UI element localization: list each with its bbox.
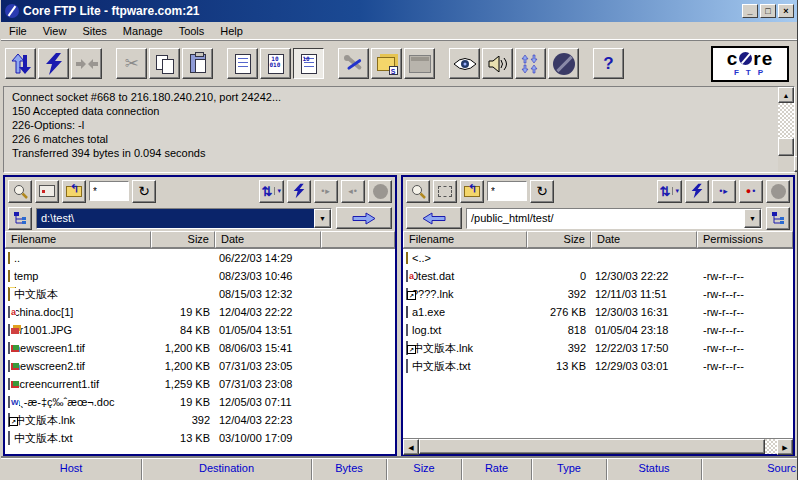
menu-sites[interactable]: Sites xyxy=(74,23,114,39)
file-row[interactable]: 中文版本.lnk39212/04/03 22:23 xyxy=(5,411,395,429)
column-filename[interactable]: Filename xyxy=(403,231,527,248)
column-filename[interactable]: Filename xyxy=(5,231,151,248)
file-row[interactable]: log.txt81801/05/04 23:18-rw-r--r-- xyxy=(403,321,793,339)
file-mask-input[interactable] xyxy=(89,181,129,201)
scroll-left-arrow[interactable]: ◀ xyxy=(403,439,419,455)
file-row[interactable]: 中文版本08/15/03 12:32 xyxy=(5,285,395,303)
queue-column-status[interactable]: Status xyxy=(606,459,701,480)
transfer-mode-button[interactable]: ⇅▾ xyxy=(657,180,682,203)
cut-button[interactable]: ✂ xyxy=(116,48,147,79)
file-row[interactable]: screencurrent1.tif1,259 KB07/31/03 23:08 xyxy=(5,375,395,393)
upload-arrow-button[interactable] xyxy=(336,207,392,229)
connect-panel-button[interactable] xyxy=(685,180,709,203)
file-row[interactable]: 中文版本.txt13 KB03/10/00 17:09 xyxy=(5,429,395,447)
site-manager-button[interactable]: S xyxy=(371,48,402,79)
ascii-mode-button[interactable] xyxy=(227,48,258,79)
menu-file[interactable]: File xyxy=(1,23,35,39)
queue-column-host[interactable]: Host xyxy=(1,459,141,480)
column-date[interactable]: Date xyxy=(591,231,697,248)
folder-up-button[interactable]: ↰ xyxy=(62,180,86,203)
binary-mode-button[interactable]: 10010 xyxy=(260,48,291,79)
close-button[interactable]: × xyxy=(778,4,794,18)
scroll-down-arrow[interactable]: ▼ xyxy=(794,156,798,172)
queue-column-type[interactable]: Type xyxy=(531,459,606,480)
column-size[interactable]: Size xyxy=(151,231,215,248)
transfer-left-button[interactable]: ●• xyxy=(739,180,763,203)
scroll-thumb[interactable] xyxy=(419,439,765,454)
folder-up-button[interactable]: ↰ xyxy=(460,180,484,203)
download-arrow-button[interactable] xyxy=(406,207,462,229)
queue-column-rate[interactable]: Rate xyxy=(461,459,531,480)
file-row[interactable]: 中文版本.txt13 KB12/29/03 03:01-rw-r--r-- xyxy=(403,357,793,375)
transfer-right-button[interactable]: •▸ xyxy=(712,180,736,203)
combo-dropdown-button[interactable]: ▼ xyxy=(314,209,331,228)
maximize-button[interactable]: □ xyxy=(760,4,776,18)
transfer-right-button[interactable]: •▸ xyxy=(314,180,338,203)
auto-mode-button[interactable]: 10 xyxy=(293,48,324,79)
transfer-mode-button[interactable]: ⇅▾ xyxy=(259,180,284,203)
queue-button[interactable] xyxy=(515,48,546,79)
queue-column-size[interactable]: Size xyxy=(386,459,461,480)
menu-tools[interactable]: Tools xyxy=(171,23,213,39)
file-row[interactable]: ..06/22/03 14:29 xyxy=(5,249,395,267)
file-row[interactable]: china.doc[1]19 KB12/04/03 22:22 xyxy=(5,303,395,321)
column-date[interactable]: Date xyxy=(215,231,321,248)
tree-view-button[interactable] xyxy=(766,207,790,230)
file-row[interactable]: newscreen2.tif1,200 KB07/31/03 23:05 xyxy=(5,357,395,375)
remote-horizontal-scrollbar[interactable]: ◀ ▶ xyxy=(403,438,793,454)
local-path-combobox[interactable]: d:\test\ ▼ xyxy=(36,208,332,229)
file-row[interactable]: 0test.dat012/30/03 22:22-rw-r--r-- xyxy=(403,267,793,285)
transfer-left-button[interactable]: ◂• xyxy=(341,180,365,203)
scroll-track[interactable] xyxy=(765,439,777,454)
combo-dropdown-button[interactable]: ▼ xyxy=(744,209,761,228)
options-button[interactable] xyxy=(338,48,369,79)
column-extra[interactable] xyxy=(321,231,395,248)
session-button[interactable] xyxy=(404,48,435,79)
file-row[interactable]: ????.lnk39212/11/03 11:51-rw-r--r-- xyxy=(403,285,793,303)
view-button[interactable] xyxy=(449,48,480,79)
queue-column-bytes[interactable]: Bytes xyxy=(311,459,386,480)
menu-view[interactable]: View xyxy=(35,23,75,39)
menu-help[interactable]: Help xyxy=(212,23,251,39)
menu-manage[interactable]: Manage xyxy=(115,23,171,39)
search-button[interactable] xyxy=(406,180,430,203)
remote-path-combobox[interactable]: /public_html/test/ ▼ xyxy=(466,208,762,229)
column-permissions[interactable]: Permissions xyxy=(697,231,793,248)
copy-button[interactable] xyxy=(149,48,180,79)
file-row[interactable]: <..> xyxy=(403,249,793,267)
command-button[interactable] xyxy=(35,180,59,203)
local-path-value[interactable]: d:\test\ xyxy=(37,209,314,228)
column-size[interactable]: Size xyxy=(527,231,591,248)
abort-button[interactable] xyxy=(548,48,579,79)
connect-button[interactable] xyxy=(38,48,69,79)
refresh-button[interactable]: ↻ xyxy=(132,180,156,203)
select-button[interactable] xyxy=(433,180,457,203)
transfer-button[interactable] xyxy=(5,48,36,79)
file-row[interactable]: ä¸-æ-‡ç‰ˆæœ¬.doc19 KB12/05/03 07:11 xyxy=(5,393,395,411)
file-row[interactable]: 中文版本.lnk39212/22/03 17:50-rw-r--r-- xyxy=(403,339,793,357)
local-file-list[interactable]: ..06/22/03 14:29temp08/23/03 10:46中文版本08… xyxy=(5,248,395,454)
tree-view-button[interactable] xyxy=(8,207,32,230)
disconnect-button[interactable] xyxy=(71,48,102,79)
minimize-button[interactable]: _ xyxy=(742,4,758,18)
file-row[interactable]: cr1001.JPG84 KB01/05/04 13:51 xyxy=(5,321,395,339)
stop-panel-button[interactable] xyxy=(368,180,392,203)
queue-column-source[interactable]: Sourc xyxy=(701,459,797,480)
help-button[interactable]: ? xyxy=(593,48,624,79)
file-row[interactable]: a1.exe276 KB12/30/03 16:31-rw-r--r-- xyxy=(403,303,793,321)
remote-file-list[interactable]: <..>0test.dat012/30/03 22:22-rw-r--r--??… xyxy=(403,248,793,438)
file-row[interactable]: temp08/23/03 10:46 xyxy=(5,267,395,285)
file-row[interactable]: newscreen1.tif1,200 KB08/06/03 15:41 xyxy=(5,339,395,357)
queue-column-destination[interactable]: Destination xyxy=(141,459,311,480)
sound-button[interactable] xyxy=(482,48,513,79)
stop-panel-button[interactable] xyxy=(766,180,790,203)
scroll-right-arrow[interactable]: ▶ xyxy=(777,439,793,455)
file-mask-input[interactable] xyxy=(487,181,527,201)
title-bar[interactable]: Core FTP Lite - ftpware.com:21 _ □ × xyxy=(1,0,797,22)
refresh-button[interactable]: ↻ xyxy=(530,180,554,203)
remote-path-value[interactable]: /public_html/test/ xyxy=(467,209,744,228)
search-button[interactable] xyxy=(8,180,32,203)
connect-panel-button[interactable] xyxy=(287,180,311,203)
scroll-up-arrow[interactable]: ▲ xyxy=(778,87,794,103)
scroll-thumb[interactable] xyxy=(778,138,794,156)
